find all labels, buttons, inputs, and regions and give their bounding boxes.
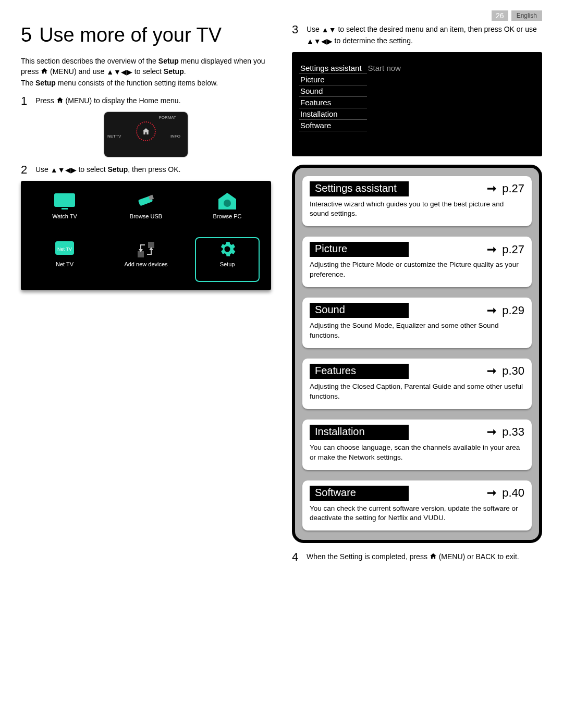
home-menu-screenshot: Watch TV Browse USB Browse PC Net TV Net… bbox=[21, 181, 271, 290]
card-features: Features ➞p.30 Adjusting the Closed Capt… bbox=[302, 359, 532, 409]
menu-item-label: Net TV bbox=[34, 261, 95, 267]
settings-menu-table: Settings assistantStart now Picture Soun… bbox=[299, 63, 422, 131]
section-heading-text: Use more of your TV bbox=[39, 24, 222, 46]
menu-item-net-tv: Net TV Net TV bbox=[34, 239, 95, 280]
card-description: You can check the current software versi… bbox=[310, 504, 524, 524]
settings-row: Settings assistantStart now bbox=[299, 63, 422, 74]
menu-item-browse-usb: Browse USB bbox=[116, 191, 176, 232]
arrow-right-icon: ➞ bbox=[484, 425, 499, 439]
settings-row: Software bbox=[299, 119, 422, 131]
menu-item-browse-pc: Browse PC bbox=[197, 191, 258, 232]
page-header: 26 English bbox=[21, 10, 542, 21]
settings-row: Picture bbox=[299, 73, 422, 85]
arrow-right-icon: ➞ bbox=[484, 364, 499, 378]
settings-menu-screenshot: Settings assistantStart now Picture Soun… bbox=[292, 52, 542, 156]
settings-row: Sound bbox=[299, 85, 422, 96]
card-title: Installation bbox=[310, 425, 409, 440]
settings-row: Features bbox=[299, 96, 422, 108]
card-installation: Installation ➞p.33 You can choose langua… bbox=[302, 419, 532, 470]
card-page-ref: ➞p.27 bbox=[484, 182, 524, 195]
card-title: Features bbox=[310, 364, 409, 379]
menu-item-label: Setup bbox=[197, 261, 258, 267]
svg-text:Net TV: Net TV bbox=[57, 246, 72, 252]
step-number: 2 bbox=[21, 164, 29, 176]
svg-rect-1 bbox=[62, 208, 68, 209]
arrow-right-icon: ➞ bbox=[484, 243, 499, 256]
format-button-label: FORMAT bbox=[159, 115, 176, 120]
menu-item-label: Watch TV bbox=[34, 213, 95, 219]
page-number: 26 bbox=[492, 10, 508, 21]
intro-paragraph: This section describes the overview of t… bbox=[21, 56, 271, 88]
step-4: 4 When the Setting is completed, press (… bbox=[292, 551, 542, 563]
step-number: 1 bbox=[21, 95, 29, 107]
info-button-label: INFO bbox=[170, 134, 180, 139]
dpad-icon: ▲▼◀▶ bbox=[307, 36, 333, 47]
language-indicator: English bbox=[511, 10, 542, 21]
home-icon bbox=[41, 67, 48, 77]
card-software: Software ➞p.40 You can check the current… bbox=[302, 480, 532, 531]
card-page-ref: ➞p.27 bbox=[484, 243, 524, 256]
dpad-icon: ▲▼◀▶ bbox=[106, 67, 132, 77]
card-description: Adjusting the Sound Mode, Equalizer and … bbox=[310, 321, 524, 341]
arrow-right-icon: ➞ bbox=[484, 182, 499, 195]
card-page-ref: ➞p.30 bbox=[484, 364, 524, 378]
menu-item-add-devices: Add new devices bbox=[116, 239, 176, 280]
home-icon bbox=[430, 552, 437, 563]
arrow-right-icon: ➞ bbox=[484, 304, 499, 317]
card-title: Software bbox=[310, 486, 409, 501]
step-2: 2 Use ▲▼◀▶ to select Setup, then press O… bbox=[21, 164, 271, 176]
step-1: 1 Press (MENU) to display the Home menu. bbox=[21, 95, 271, 107]
updown-icon: ▲▼ bbox=[322, 24, 336, 35]
menu-item-watch-tv: Watch TV bbox=[34, 191, 95, 232]
step-number: 4 bbox=[292, 551, 300, 563]
card-title: Sound bbox=[310, 303, 409, 318]
arrow-right-icon: ➞ bbox=[484, 486, 499, 500]
section-number: 5 bbox=[21, 24, 32, 46]
menu-item-setup: Setup bbox=[197, 239, 258, 280]
card-description: Interactive wizard which guides you to g… bbox=[310, 200, 524, 219]
card-page-ref: ➞p.33 bbox=[484, 425, 524, 439]
card-picture: Picture ➞p.27 Adjusting the Picture Mode… bbox=[302, 237, 532, 287]
card-title: Settings assistant bbox=[310, 181, 409, 196]
menu-item-label: Add new devices bbox=[116, 261, 176, 267]
home-icon bbox=[56, 96, 64, 107]
card-sound: Sound ➞p.29 Adjusting the Sound Mode, Eq… bbox=[302, 298, 532, 348]
home-button-highlight bbox=[136, 121, 156, 141]
dpad-icon: ▲▼◀▶ bbox=[51, 165, 77, 176]
detail-panel: Settings assistant ➞p.27 Interactive wiz… bbox=[292, 165, 542, 544]
step-number: 3 bbox=[292, 24, 300, 35]
nettv-button-label: NETTV bbox=[107, 134, 121, 139]
card-description: You can choose language, scan the channe… bbox=[310, 443, 524, 463]
step-3: 3 Use ▲▼ to select the desired menu and … bbox=[292, 24, 542, 47]
card-page-ref: ➞p.40 bbox=[484, 486, 524, 500]
settings-row: Installation bbox=[299, 108, 422, 119]
menu-item-label: Browse PC bbox=[197, 213, 258, 219]
card-settings-assistant: Settings assistant ➞p.27 Interactive wiz… bbox=[302, 176, 532, 227]
card-description: Adjusting the Closed Caption, Parental G… bbox=[310, 382, 524, 402]
svg-point-4 bbox=[224, 200, 231, 207]
card-page-ref: ➞p.29 bbox=[484, 304, 524, 317]
card-description: Adjusting the Picture Mode or customize … bbox=[310, 260, 524, 280]
svg-rect-0 bbox=[54, 193, 75, 207]
menu-item-label: Browse USB bbox=[116, 213, 176, 219]
remote-illustration: FORMAT NETTV INFO bbox=[104, 112, 188, 157]
card-title: Picture bbox=[310, 242, 409, 257]
section-title: 5Use more of your TV bbox=[21, 24, 271, 46]
